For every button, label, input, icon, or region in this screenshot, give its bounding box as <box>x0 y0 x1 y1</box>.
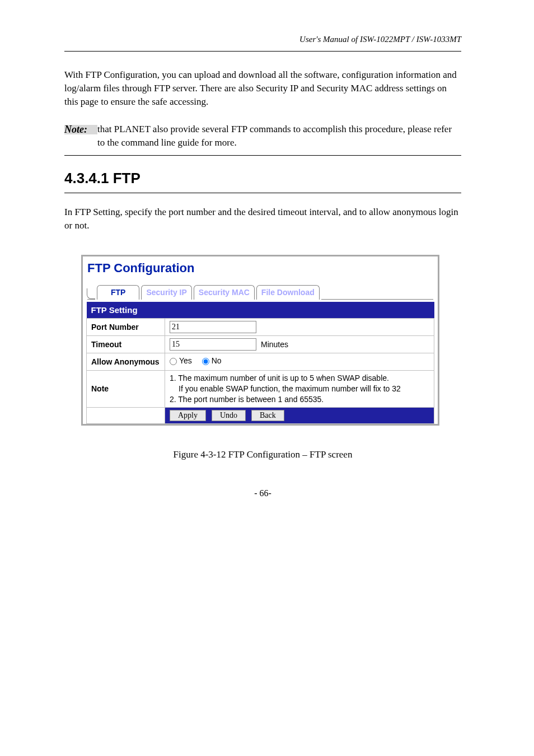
note-line-2: 2. The port number is between 1 and 6553… <box>170 394 429 405</box>
tab-bar: FTP Security IP Security MAC File Downlo… <box>86 285 434 300</box>
anon-label: Allow Anonymous <box>87 353 165 371</box>
divider <box>64 155 461 156</box>
tab-security-ip[interactable]: Security IP <box>141 285 191 300</box>
tab-file-download[interactable]: File Download <box>256 285 320 300</box>
tab-security-mac[interactable]: Security MAC <box>194 285 255 300</box>
ftp-config-screenshot: FTP Configuration FTP Security IP Securi… <box>81 255 439 426</box>
back-button[interactable]: Back <box>251 410 284 421</box>
tab-ftp[interactable]: FTP <box>97 285 139 300</box>
note-label: Note: <box>64 124 87 135</box>
divider <box>64 51 461 52</box>
note-line-1: 1. The maximum number of unit is up to 5… <box>170 373 429 384</box>
figure-caption: Figure 4-3-12 FTP Configuration – FTP sc… <box>64 448 461 461</box>
button-row-label <box>87 407 165 423</box>
intro-paragraph: With FTP Configuration, you can upload a… <box>64 68 461 108</box>
panel-title: FTP Configuration <box>87 260 434 277</box>
apply-button[interactable]: Apply <box>170 410 206 421</box>
note-lines: 1. The maximum number of unit is up to 5… <box>170 373 429 405</box>
note-row-label: Note <box>87 371 165 408</box>
page-header: User's Manual of ISW-1022MPT / ISW-1033M… <box>64 34 461 45</box>
tab-corner-deco <box>87 290 95 300</box>
undo-button[interactable]: Undo <box>212 410 246 421</box>
table-section-header: FTP Setting <box>87 302 434 319</box>
note-block: Note: that PLANET also provide several F… <box>64 123 461 150</box>
section-heading: 4.3.4.1 FTP <box>64 168 461 188</box>
anon-no-radio[interactable] <box>202 358 209 365</box>
note-text: that PLANET also provide several FTP com… <box>97 123 461 150</box>
anon-yes-label: Yes <box>179 356 192 367</box>
divider <box>64 193 461 193</box>
timeout-label: Timeout <box>87 336 165 353</box>
port-number-input[interactable] <box>170 321 256 333</box>
timeout-input[interactable] <box>170 338 256 351</box>
section-subtext: In FTP Setting, specify the port number … <box>64 206 461 232</box>
timeout-unit: Minutes <box>261 339 288 351</box>
note-line-1b: If you enable SWAP function, the maximum… <box>170 384 429 394</box>
page-number: - 66- <box>64 487 461 500</box>
intro-text: With FTP Configuration, you can upload a… <box>64 68 461 108</box>
ftp-setting-table: FTP Setting Port Number Timeout Minutes <box>86 302 434 424</box>
anon-yes-radio[interactable] <box>170 358 177 365</box>
port-number-label: Port Number <box>87 319 165 336</box>
anon-no-label: No <box>212 356 222 367</box>
tab-filler <box>321 299 433 300</box>
